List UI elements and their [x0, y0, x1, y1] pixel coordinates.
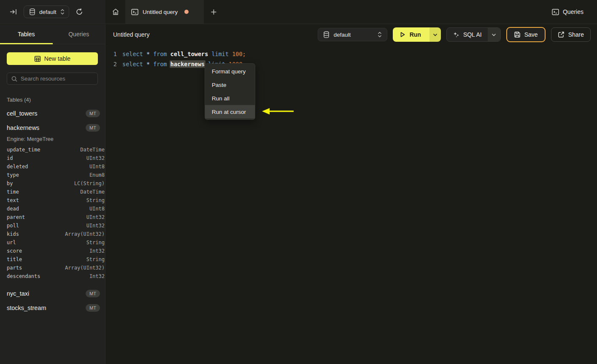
- table-row-nyc-taxi[interactable]: nyc_taxi MT: [7, 290, 105, 297]
- share-button-label: Share: [568, 31, 584, 38]
- chevron-down-icon: [433, 33, 438, 36]
- toolbar-database-selector[interactable]: default: [318, 28, 387, 41]
- sql-ai-button[interactable]: SQL AI: [447, 28, 488, 41]
- sql-table-name-highlighted: hackernews: [170, 60, 205, 68]
- search-icon: [11, 76, 17, 82]
- column-type: String: [86, 238, 105, 247]
- column-row[interactable]: url String: [7, 238, 105, 247]
- context-menu-item-run-all[interactable]: Run all: [205, 92, 255, 105]
- column-name: id: [7, 154, 13, 162]
- column-name: update_time: [7, 146, 40, 154]
- column-row[interactable]: title String: [7, 255, 105, 264]
- refresh-button[interactable]: [75, 7, 84, 16]
- sql-semicolon: ;: [243, 51, 246, 57]
- column-name: type: [7, 171, 19, 179]
- query-title: Untitled query: [113, 31, 149, 38]
- column-row[interactable]: kids Array(UInt32): [7, 230, 105, 238]
- sql-keyword: from: [153, 61, 167, 67]
- queries-button[interactable]: Queries: [552, 0, 583, 24]
- table-name: nyc_taxi: [7, 290, 29, 297]
- column-name: deleted: [7, 162, 28, 171]
- home-icon: [112, 8, 119, 16]
- column-name: kids: [7, 230, 19, 238]
- new-table-label: New table: [44, 55, 70, 62]
- context-menu-item-label: Run at cursor: [212, 109, 246, 115]
- sql-editor[interactable]: 1 select * from cell_towers limit 100; 2…: [106, 45, 597, 364]
- column-row[interactable]: by LC(String): [7, 179, 105, 188]
- home-button[interactable]: [105, 0, 125, 24]
- sparkles-icon: [453, 31, 459, 38]
- new-tab-button[interactable]: [204, 0, 223, 24]
- code-line-1[interactable]: 1 select * from cell_towers limit 100;: [106, 49, 597, 59]
- context-menu-item-format-query[interactable]: Format query: [205, 65, 255, 78]
- column-row[interactable]: update_time DateTime: [7, 146, 105, 154]
- database-selector[interactable]: default: [24, 5, 69, 18]
- run-button-label: Run: [410, 31, 421, 38]
- tables-section-label: Tables (4): [7, 97, 105, 103]
- run-options-button[interactable]: [430, 27, 441, 42]
- column-name: parts: [7, 264, 22, 272]
- top-bar: default: [0, 0, 597, 24]
- search-input[interactable]: [21, 75, 93, 82]
- sql-keyword: select: [122, 51, 143, 57]
- column-type: UInt8: [89, 205, 105, 213]
- new-table-button[interactable]: New table: [7, 52, 98, 65]
- table-name: stocks_stream: [7, 305, 46, 311]
- column-row[interactable]: score Int32: [7, 247, 105, 255]
- code-line-2[interactable]: 2 select * from hackernews limit 1000: [106, 59, 597, 69]
- sql-ai-options-button[interactable]: [488, 28, 500, 41]
- column-row[interactable]: deleted UInt8: [7, 162, 105, 171]
- share-button[interactable]: Share: [551, 27, 591, 42]
- context-menu-item-paste[interactable]: Paste: [205, 78, 255, 92]
- context-menu-item-label: Format query: [212, 68, 246, 75]
- run-button[interactable]: Run: [393, 27, 430, 42]
- search-box: [7, 73, 98, 85]
- column-row[interactable]: poll UInt32: [7, 221, 105, 230]
- tab-untitled-query[interactable]: Untitled query: [125, 0, 204, 24]
- sidebar-tab-queries[interactable]: Queries: [53, 24, 105, 44]
- sql-star: *: [146, 51, 150, 57]
- engine-badge: MT: [86, 110, 100, 117]
- line-number: 2: [106, 59, 117, 69]
- column-row[interactable]: text String: [7, 196, 105, 205]
- column-type: UInt32: [86, 213, 105, 221]
- database-icon: [29, 8, 35, 15]
- sidebar-tab-tables[interactable]: Tables: [0, 24, 53, 44]
- column-type: DateTime: [80, 188, 105, 196]
- column-row[interactable]: dead UInt8: [7, 205, 105, 213]
- context-menu-item-run-at-cursor[interactable]: Run at cursor: [205, 105, 255, 119]
- hackernews-columns: update_time DateTime id UInt32 deleted U…: [7, 146, 105, 280]
- tab-strip: Untitled query: [105, 0, 223, 24]
- column-row[interactable]: type Enum8: [7, 171, 105, 179]
- column-row[interactable]: time DateTime: [7, 188, 105, 196]
- column-type: Int32: [89, 247, 105, 255]
- table-row-cell-towers[interactable]: cell_towers MT: [7, 110, 105, 117]
- collapse-sidebar-button[interactable]: [9, 8, 18, 16]
- column-name: score: [7, 247, 22, 255]
- table-name: hackernews: [7, 124, 39, 131]
- column-type: UInt32: [86, 154, 105, 162]
- sql-ai-button-label: SQL AI: [463, 31, 482, 38]
- query-toolbar: Untitled query default: [105, 24, 597, 45]
- sql-keyword: select: [122, 61, 143, 67]
- sql-keyword: from: [153, 51, 167, 57]
- context-menu-item-label: Run all: [212, 95, 230, 102]
- save-button[interactable]: Save: [506, 27, 546, 42]
- column-name: time: [7, 188, 19, 196]
- column-type: Array(UInt32): [65, 264, 105, 272]
- table-row-hackernews[interactable]: hackernews MT: [7, 124, 105, 132]
- column-row[interactable]: parent UInt32: [7, 213, 105, 221]
- column-type: Enum8: [89, 171, 105, 179]
- sidebar-table-list: Tables (4) cell_towers MT hackernews MT …: [0, 91, 105, 364]
- column-type: LC(String): [74, 179, 105, 188]
- column-type: Int32: [89, 272, 105, 280]
- sql-star: *: [146, 61, 150, 67]
- table-row-stocks-stream[interactable]: stocks_stream MT: [7, 304, 105, 312]
- column-row[interactable]: descendants Int32: [7, 272, 105, 280]
- table-grid-icon: [34, 56, 41, 62]
- column-row[interactable]: id UInt32: [7, 154, 105, 162]
- collapse-sidebar-icon: [10, 8, 17, 15]
- table-name: cell_towers: [7, 110, 38, 117]
- context-menu-item-label: Paste: [212, 82, 227, 88]
- column-row[interactable]: parts Array(UInt32): [7, 264, 105, 272]
